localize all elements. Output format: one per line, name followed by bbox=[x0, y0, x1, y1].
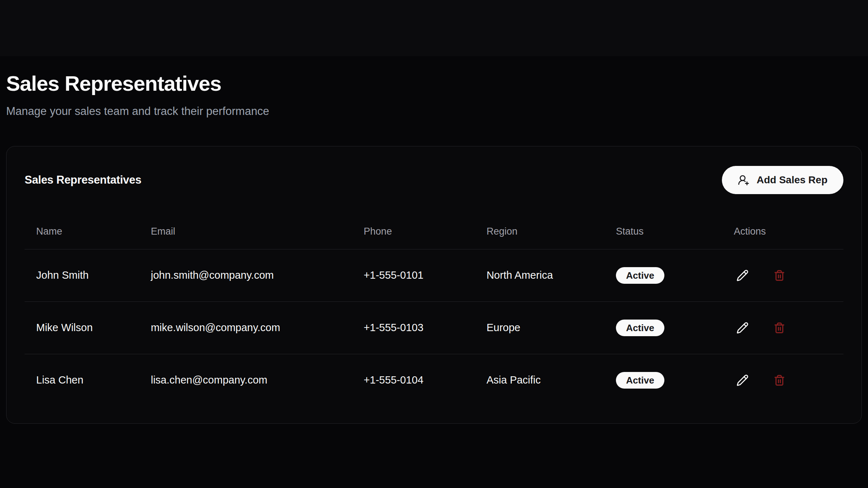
pencil-icon bbox=[736, 269, 749, 282]
cell-region: Asia Pacific bbox=[475, 354, 604, 406]
cell-name: Lisa Chen bbox=[25, 354, 139, 406]
sales-reps-card: Sales Representatives Add Sales Rep bbox=[6, 146, 862, 424]
cell-email: mike.wilson@company.com bbox=[139, 301, 352, 354]
cell-name: John Smith bbox=[25, 249, 139, 301]
status-badge: Active bbox=[616, 267, 664, 284]
edit-button[interactable] bbox=[735, 321, 750, 335]
row-actions bbox=[734, 268, 843, 283]
cell-status: Active bbox=[604, 249, 722, 301]
cell-region: Europe bbox=[475, 301, 604, 354]
trash-icon bbox=[774, 322, 785, 334]
cell-actions bbox=[722, 249, 843, 301]
cell-phone: +1-555-0103 bbox=[352, 301, 475, 354]
card-title: Sales Representatives bbox=[25, 174, 141, 187]
column-header-email: Email bbox=[139, 214, 352, 249]
delete-button[interactable] bbox=[772, 373, 787, 388]
trash-icon bbox=[774, 270, 785, 281]
add-sales-rep-button[interactable]: Add Sales Rep bbox=[722, 166, 843, 194]
main-content: Sales Representatives Manage your sales … bbox=[0, 0, 868, 424]
cell-email: lisa.chen@company.com bbox=[139, 354, 352, 406]
cell-email: john.smith@company.com bbox=[139, 249, 352, 301]
table-header-row: Name Email Phone Region Status Actions bbox=[25, 214, 843, 249]
page-title: Sales Representatives bbox=[6, 0, 862, 96]
cell-actions bbox=[722, 301, 843, 354]
status-badge: Active bbox=[616, 320, 664, 336]
column-header-status: Status bbox=[604, 214, 722, 249]
delete-button[interactable] bbox=[772, 321, 787, 335]
card-header: Sales Representatives Add Sales Rep bbox=[25, 146, 843, 194]
page-subtitle: Manage your sales team and track their p… bbox=[6, 103, 862, 119]
pencil-icon bbox=[736, 374, 749, 386]
row-actions bbox=[734, 373, 843, 388]
cell-name: Mike Wilson bbox=[25, 301, 139, 354]
pencil-icon bbox=[736, 322, 749, 334]
column-header-region: Region bbox=[475, 214, 604, 249]
trash-icon bbox=[774, 374, 785, 386]
table-row: John Smith john.smith@company.com +1-555… bbox=[25, 249, 843, 301]
column-header-name: Name bbox=[25, 214, 139, 249]
user-plus-icon bbox=[738, 174, 749, 186]
column-header-phone: Phone bbox=[352, 214, 475, 249]
edit-button[interactable] bbox=[735, 373, 750, 388]
column-header-actions: Actions bbox=[722, 214, 843, 249]
row-actions bbox=[734, 321, 843, 335]
delete-button[interactable] bbox=[772, 268, 787, 283]
cell-phone: +1-555-0101 bbox=[352, 249, 475, 301]
cell-region: North America bbox=[475, 249, 604, 301]
table-row: Mike Wilson mike.wilson@company.com +1-5… bbox=[25, 301, 843, 354]
sales-reps-table: Name Email Phone Region Status Actions J… bbox=[25, 214, 843, 406]
add-sales-rep-label: Add Sales Rep bbox=[757, 174, 827, 186]
cell-actions bbox=[722, 354, 843, 406]
edit-button[interactable] bbox=[735, 268, 750, 283]
cell-status: Active bbox=[604, 354, 722, 406]
table-row: Lisa Chen lisa.chen@company.com +1-555-0… bbox=[25, 354, 843, 406]
cell-status: Active bbox=[604, 301, 722, 354]
cell-phone: +1-555-0104 bbox=[352, 354, 475, 406]
status-badge: Active bbox=[616, 372, 664, 389]
